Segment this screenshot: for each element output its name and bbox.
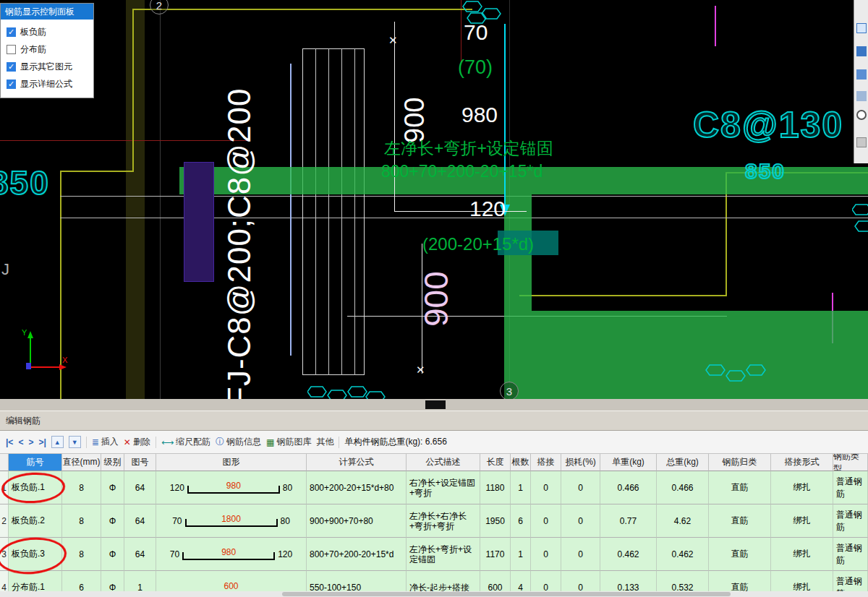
cell-loss[interactable]: 0	[561, 538, 600, 571]
cell-length[interactable]: 1950	[480, 504, 511, 538]
cell-diameter[interactable]: 8	[62, 504, 101, 538]
cell-unit-weight[interactable]: 0.462	[600, 538, 657, 571]
side-toolbar-icon[interactable]	[856, 23, 867, 33]
shape-mid-dim: 600	[197, 581, 266, 591]
nav-prev-button[interactable]: <	[18, 437, 23, 447]
checkbox-row-distribution-bars[interactable]: ✓ 分布筋	[7, 40, 88, 58]
shape-bar: 980	[187, 482, 280, 494]
cell-lap[interactable]: 0	[531, 538, 561, 571]
cell-fig-no[interactable]: 64	[124, 471, 156, 504]
checkbox-icon[interactable]: ✓	[7, 80, 16, 89]
total-weight-label: 单构件钢筋总重(kg): 6.656	[344, 436, 446, 448]
shape-mid-dim: 980	[187, 481, 280, 491]
side-toolbar-icon[interactable]	[856, 69, 867, 80]
header-fig-no: 图号	[124, 454, 156, 471]
cell-fig-no[interactable]: 64	[124, 504, 156, 538]
checkbox-icon[interactable]: ✓	[7, 27, 16, 37]
header-formula: 计算公式	[307, 454, 407, 471]
cell-lap-type[interactable]: 绑扎	[771, 471, 833, 504]
insert-button[interactable]: ≣ 插入	[92, 436, 119, 448]
cell-diameter[interactable]: 8	[62, 471, 101, 504]
dim-120: 120	[469, 197, 506, 221]
side-toolbar-icon[interactable]	[856, 91, 867, 101]
cell-lap-type[interactable]: 绑扎	[771, 504, 833, 538]
cell-shape[interactable]: 120 980 80	[156, 471, 307, 504]
cell-formula[interactable]: 800+70+200-20+15*d	[307, 538, 407, 571]
cell-rebar-type[interactable]: 普通钢筋	[833, 504, 868, 538]
rebar-library-button[interactable]: ▦ 钢筋图库	[266, 436, 311, 448]
cell-count[interactable]: 1	[511, 538, 531, 571]
rebar-tag-vertical: FJ-C8@200;C8@200	[221, 88, 258, 399]
checkbox-icon[interactable]: ✓	[7, 62, 16, 72]
cell-lap[interactable]: 0	[531, 504, 561, 538]
checkbox-row-negative-bars[interactable]: ✓ 板负筋	[7, 23, 88, 40]
rebar-hexagon-symbols	[307, 383, 388, 399]
cell-formula[interactable]: 900+900+70+80	[307, 504, 407, 538]
nav-first-button[interactable]: |<	[6, 437, 13, 447]
move-down-icon[interactable]: ▼	[69, 436, 81, 448]
cell-count[interactable]: 6	[511, 504, 531, 538]
cell-lap[interactable]: 0	[531, 471, 561, 504]
side-toolbar-icon[interactable]	[856, 110, 867, 120]
rebar-info-button[interactable]: ⓘ 钢筋信息	[216, 436, 261, 448]
side-toolbar-icon[interactable]	[856, 137, 867, 147]
cell-rebar-type[interactable]: 普通钢筋	[833, 471, 868, 504]
cell-length[interactable]: 1170	[480, 538, 511, 571]
cell-lap-type[interactable]: 绑扎	[771, 538, 833, 571]
checkbox-row-show-formula[interactable]: ✓ 显示详细公式	[7, 75, 88, 93]
cell-desc[interactable]: 左净长+弯折+设定锚固	[407, 538, 480, 571]
scale-rebar-button[interactable]: ⟷ 缩尺配筋	[161, 436, 210, 448]
shape-left-dim: 120	[170, 483, 184, 493]
scale-icon: ⟷	[161, 437, 174, 447]
cell-rebar-type[interactable]: 普通钢筋	[833, 538, 868, 571]
checkbox-icon[interactable]: ✓	[7, 45, 16, 54]
cell-desc[interactable]: 右净长+设定锚固+弯折	[407, 471, 480, 504]
cell-shape[interactable]: 70 980 120	[156, 538, 307, 571]
viewport-scroll-handle[interactable]	[425, 400, 446, 409]
delete-button[interactable]: ✕ 删除	[124, 436, 150, 448]
toolbar-divider	[339, 437, 339, 448]
cell-formula[interactable]: 800+200-20+15*d+80	[307, 471, 407, 504]
cell-unit-weight[interactable]: 0.77	[600, 504, 657, 538]
checkbox-row-show-other[interactable]: ✓ 显示其它图元	[7, 58, 88, 75]
cell-count[interactable]: 1	[511, 471, 531, 504]
nav-next-button[interactable]: >	[28, 437, 33, 447]
shape-right-dim: 120	[278, 549, 292, 559]
panel-title[interactable]: 钢筋显示控制面板	[1, 4, 93, 20]
dim-70-paren: (70)	[458, 56, 493, 79]
cell-total-weight[interactable]: 4.62	[657, 504, 709, 538]
side-toolbar-icon[interactable]	[856, 46, 867, 56]
move-up-icon[interactable]: ▲	[51, 436, 64, 448]
other-button[interactable]: 其他	[316, 436, 333, 448]
horizontal-scrollbar[interactable]	[0, 591, 868, 597]
cell-category[interactable]: 直筋	[709, 538, 771, 571]
grid-bubble-3: 3	[500, 382, 519, 399]
cell-total-weight[interactable]: 0.462	[657, 538, 709, 571]
viewport-scroll-strip[interactable]	[0, 399, 868, 411]
nav-last-button[interactable]: >|	[38, 437, 46, 447]
header-loss: 损耗(%)	[561, 454, 600, 471]
cell-level[interactable]: Φ	[101, 471, 124, 504]
shape-bar: 1800	[185, 515, 278, 527]
dim-70: 70	[464, 20, 488, 45]
cell-level[interactable]: Φ	[101, 504, 124, 538]
cell-loss[interactable]: 0	[561, 504, 600, 538]
cell-name[interactable]: 板负筋.2	[9, 504, 62, 538]
tag-850-left: 850	[0, 163, 50, 202]
shape-right-dim: 80	[283, 483, 292, 493]
header-diameter: 直径(mm)	[62, 454, 101, 471]
cell-total-weight[interactable]: 0.466	[657, 471, 709, 504]
scrollbar-handle[interactable]	[282, 592, 731, 596]
cell-desc[interactable]: 左净长+右净长+弯折+弯折	[407, 504, 480, 538]
cell-unit-weight[interactable]: 0.466	[600, 471, 657, 504]
cad-viewport[interactable]: ✕ ✕ FJ-C8@200;C8@200 900 900	[0, 0, 868, 399]
cell-shape[interactable]: 70 1800 80	[156, 504, 307, 538]
shape-mid-dim: 980	[182, 547, 275, 557]
cell-loss[interactable]: 0	[561, 471, 600, 504]
cell-level[interactable]: Φ	[101, 538, 124, 571]
cell-category[interactable]: 直筋	[709, 504, 771, 538]
cell-length[interactable]: 1180	[480, 471, 511, 504]
cell-fig-no[interactable]: 64	[124, 538, 156, 571]
cell-category[interactable]: 直筋	[709, 471, 771, 504]
cell-diameter[interactable]: 8	[62, 538, 101, 571]
